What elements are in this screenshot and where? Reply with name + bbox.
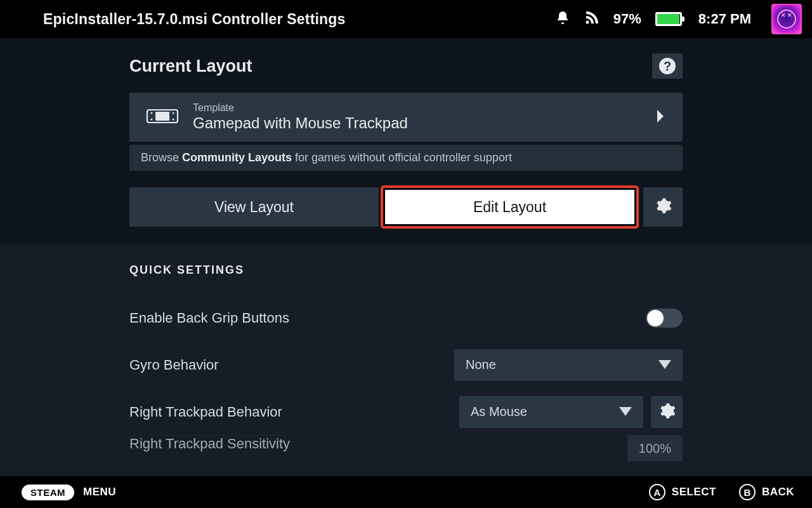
avatar[interactable] [771,4,802,34]
help-button[interactable]: ? [652,53,683,79]
battery-percentage: 97% [613,11,641,27]
top-bar: EpicInstaller-15.7.0.msi Controller Sett… [0,0,812,38]
rtp-sensitivity-value[interactable]: 100% [627,436,683,461]
b-button-hint: B BACK [739,484,794,500]
setting-label: Gyro Behavior [129,357,219,373]
svg-point-5 [173,112,174,114]
quick-settings-section: QUICK SETTINGS Enable Back Grip Buttons … [0,244,812,476]
quick-settings-heading: QUICK SETTINGS [129,264,683,277]
steam-button[interactable]: STEAM [22,485,74,500]
gear-icon [658,402,676,422]
gyro-behavior-dropdown[interactable]: None [454,349,683,381]
svg-point-4 [151,118,153,120]
b-glyph-icon: B [739,484,756,500]
template-card[interactable]: Template Gamepad with Mouse Trackpad [129,93,683,142]
setting-rtp-sensitivity: Right Trackpad Sensitivity 100% [129,436,683,464]
gear-icon [654,197,672,217]
bell-icon[interactable] [555,10,570,28]
clock: 8:27 PM [698,11,751,27]
edit-layout-button[interactable]: Edit Layout [383,187,637,227]
a-glyph-icon: A [649,484,665,500]
community-text-prefix: Browse [141,151,182,164]
rss-icon [584,10,599,28]
back-grip-toggle[interactable] [646,309,683,328]
menu-label: MENU [83,486,116,498]
setting-label: Enable Back Grip Buttons [129,310,289,326]
setting-rtp-behavior: Right Trackpad Behavior As Mouse [129,389,683,436]
community-layouts-row[interactable]: Browse Community Layouts for games witho… [129,145,683,171]
a-button-hint: A SELECT [649,484,716,500]
a-glyph-label: SELECT [672,486,716,498]
layout-action-row: View Layout Edit Layout [129,187,683,227]
dropdown-value: As Mouse [471,404,527,419]
dropdown-value: None [466,358,496,372]
rtp-settings-button[interactable] [651,396,683,428]
template-label: Template [193,102,642,114]
setting-gyro-behavior: Gyro Behavior None [129,342,683,389]
view-layout-button[interactable]: View Layout [129,187,379,227]
community-text-suffix: for games without official controller su… [292,151,512,164]
svg-rect-2 [155,112,169,121]
caret-down-icon [658,358,671,372]
chevron-right-icon [656,110,665,125]
svg-point-6 [173,118,174,120]
battery-icon [655,12,682,26]
current-layout-section: Current Layout ? Template Gamepad with M… [0,38,812,244]
setting-back-grip: Enable Back Grip Buttons [129,295,683,342]
main-area: Current Layout ? Template Gamepad with M… [0,38,812,476]
svg-point-3 [151,112,153,114]
help-icon: ? [659,58,676,74]
caret-down-icon [619,404,632,419]
rtp-behavior-dropdown[interactable]: As Mouse [459,396,643,428]
page-title: EpicInstaller-15.7.0.msi Controller Sett… [43,11,544,28]
setting-label: Right Trackpad Behavior [129,404,282,420]
template-name: Gamepad with Mouse Trackpad [193,114,642,133]
steamdeck-icon [146,106,179,129]
current-layout-heading: Current Layout [129,57,252,76]
community-text-bold: Community Layouts [182,151,292,164]
footer-bar: STEAM MENU A SELECT B BACK [0,476,812,508]
svg-point-0 [586,21,589,24]
status-tray: 97% 8:27 PM [555,4,802,34]
b-glyph-label: BACK [762,486,794,498]
layout-settings-button[interactable] [643,187,683,227]
setting-label: Right Trackpad Sensitivity [129,436,290,452]
